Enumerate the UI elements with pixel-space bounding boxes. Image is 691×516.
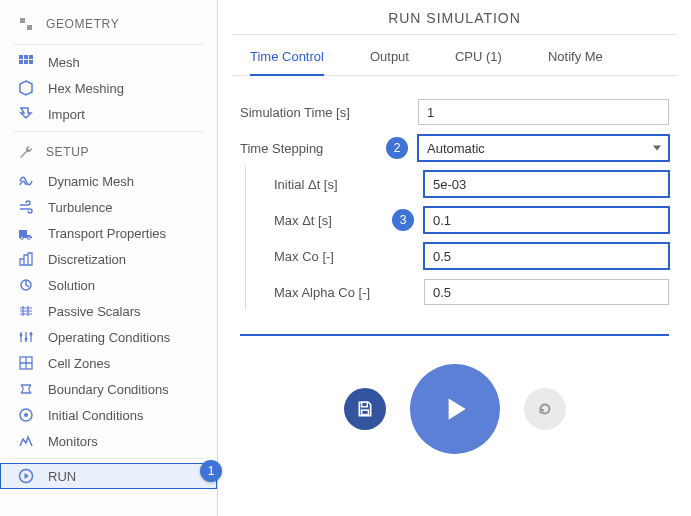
label-time-stepping: Time Stepping: [240, 141, 376, 156]
tab-cpu[interactable]: CPU (1): [455, 49, 502, 75]
label-max-co: Max Co [-]: [246, 249, 382, 264]
select-time-stepping[interactable]: Automatic: [418, 135, 669, 161]
tab-notify-me[interactable]: Notify Me: [548, 49, 603, 75]
truck-icon: [18, 225, 34, 241]
svg-point-7: [21, 237, 24, 240]
svg-point-8: [28, 237, 31, 240]
heading-label: SETUP: [46, 145, 89, 159]
input-simulation-time[interactable]: [418, 99, 669, 125]
annotation-marker-2: 2: [386, 137, 408, 159]
svg-marker-20: [448, 398, 465, 419]
wrench-icon: [18, 144, 34, 160]
svg-rect-2: [29, 55, 33, 59]
import-icon: [18, 106, 34, 122]
svg-point-12: [30, 333, 33, 336]
sidebar-item-label: Import: [48, 107, 85, 122]
svg-marker-17: [25, 473, 30, 479]
sidebar-item-label: Passive Scalars: [48, 304, 140, 319]
annotation-marker-3: 3: [392, 209, 414, 231]
save-button[interactable]: [344, 388, 386, 430]
svg-rect-3: [19, 60, 23, 64]
tabs: Time Control Output CPU (1) Notify Me: [232, 35, 677, 76]
boundary-icon: [18, 381, 34, 397]
svg-rect-19: [361, 410, 368, 415]
label-initial-dt: Initial Δt [s]: [246, 177, 382, 192]
sliders-icon: [18, 329, 34, 345]
run-button[interactable]: [410, 364, 500, 454]
dynamic-mesh-icon: [18, 173, 34, 189]
play-circle-icon: [18, 468, 34, 484]
geometry-icon: [18, 16, 34, 32]
svg-point-11: [25, 338, 28, 341]
form-time-control: Simulation Time [s] Time Stepping 2 Auto…: [232, 76, 677, 310]
time-stepping-subgroup: Initial Δt [s] Max Δt [s] 3 Max Co [-] M…: [245, 166, 669, 310]
svg-marker-6: [20, 81, 32, 95]
sidebar-item-label: Mesh: [48, 55, 80, 70]
sidebar-item-solution[interactable]: Solution: [0, 272, 217, 298]
sidebar-item-monitors[interactable]: Monitors: [0, 428, 217, 454]
sidebar: GEOMETRY Mesh Hex Meshing Import SETUP D…: [0, 0, 218, 516]
sidebar-item-label: Hex Meshing: [48, 81, 124, 96]
sidebar-item-label: Solution: [48, 278, 95, 293]
annotation-marker-1: 1: [200, 460, 222, 482]
sidebar-heading-setup: SETUP: [0, 136, 217, 168]
row-simulation-time: Simulation Time [s]: [240, 94, 669, 130]
input-max-dt[interactable]: [424, 207, 669, 233]
sidebar-item-label: Discretization: [48, 252, 126, 267]
main-panel: RUN SIMULATION Time Control Output CPU (…: [218, 0, 691, 516]
divider: [14, 131, 203, 132]
reset-button[interactable]: [524, 388, 566, 430]
row-initial-dt: Initial Δt [s]: [246, 166, 669, 202]
scalars-icon: [18, 303, 34, 319]
sidebar-item-transport-properties[interactable]: Transport Properties: [0, 220, 217, 246]
divider: [14, 458, 203, 459]
sidebar-item-run[interactable]: RUN: [0, 463, 217, 489]
sidebar-item-dynamic-mesh[interactable]: Dynamic Mesh: [0, 168, 217, 194]
sidebar-item-label: Monitors: [48, 434, 98, 449]
sidebar-item-turbulence[interactable]: Turbulence: [0, 194, 217, 220]
input-max-co[interactable]: [424, 243, 669, 269]
sidebar-item-initial-conditions[interactable]: Initial Conditions: [0, 402, 217, 428]
initial-icon: [18, 407, 34, 423]
label-simulation-time: Simulation Time [s]: [240, 105, 376, 120]
sidebar-item-label: Cell Zones: [48, 356, 110, 371]
sidebar-item-label: Transport Properties: [48, 226, 166, 241]
input-initial-dt[interactable]: [424, 171, 669, 197]
input-max-alpha-co[interactable]: [424, 279, 669, 305]
svg-rect-1: [24, 55, 28, 59]
mesh-icon: [18, 54, 34, 70]
sidebar-item-import[interactable]: Import: [0, 101, 217, 127]
label-max-alpha-co: Max Alpha Co [-]: [246, 285, 382, 300]
sidebar-item-hex-meshing[interactable]: Hex Meshing: [0, 75, 217, 101]
row-max-dt: Max Δt [s] 3: [246, 202, 669, 238]
sidebar-item-cell-zones[interactable]: Cell Zones: [0, 350, 217, 376]
page-title: RUN SIMULATION: [232, 0, 677, 34]
svg-rect-0: [19, 55, 23, 59]
sidebar-item-label: Operating Conditions: [48, 330, 170, 345]
sidebar-item-label: Boundary Conditions: [48, 382, 169, 397]
sidebar-item-operating-conditions[interactable]: Operating Conditions: [0, 324, 217, 350]
row-time-stepping: Time Stepping 2 Automatic: [240, 130, 669, 166]
svg-point-10: [20, 334, 23, 337]
sidebar-item-label: RUN: [48, 469, 76, 484]
cell-zones-icon: [18, 355, 34, 371]
save-icon: [356, 400, 374, 418]
refresh-icon: [536, 400, 554, 418]
row-max-co: Max Co [-]: [246, 238, 669, 274]
svg-point-15: [24, 413, 28, 417]
turbulence-icon: [18, 199, 34, 215]
monitor-icon: [18, 433, 34, 449]
sidebar-item-mesh[interactable]: Mesh: [0, 49, 217, 75]
solution-icon: [18, 277, 34, 293]
svg-rect-4: [24, 60, 28, 64]
tab-output[interactable]: Output: [370, 49, 409, 75]
hex-icon: [18, 80, 34, 96]
play-icon: [438, 392, 472, 426]
sidebar-item-boundary-conditions[interactable]: Boundary Conditions: [0, 376, 217, 402]
sidebar-item-label: Initial Conditions: [48, 408, 143, 423]
sidebar-item-discretization[interactable]: Discretization: [0, 246, 217, 272]
sidebar-item-passive-scalars[interactable]: Passive Scalars: [0, 298, 217, 324]
tab-time-control[interactable]: Time Control: [250, 49, 324, 76]
action-bar: [232, 336, 677, 454]
sidebar-item-label: Turbulence: [48, 200, 113, 215]
